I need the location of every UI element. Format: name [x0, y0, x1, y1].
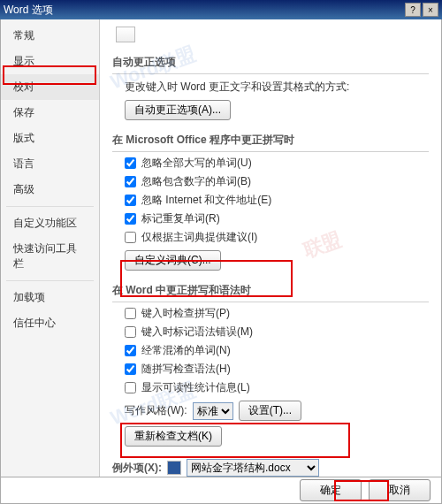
sidebar-item[interactable]: 常规: [1, 23, 99, 49]
word-spell-checkbox[interactable]: [125, 345, 136, 356]
sidebar-item[interactable]: 保存: [1, 100, 99, 126]
content-pane: Word联盟 联盟 Word联盟 自动更正选项 更改键入时 Word 更正文字和…: [100, 19, 441, 477]
sidebar-item[interactable]: 语言: [1, 151, 99, 177]
word-spell-checkbox[interactable]: [125, 326, 136, 338]
sidebar-item[interactable]: 快速访问工具栏: [1, 236, 99, 277]
office-spell-label: 仅根据主词典提供建议(I): [141, 230, 257, 245]
sidebar-item[interactable]: 校对: [1, 74, 99, 100]
window-title: Word 选项: [4, 3, 403, 18]
office-spell-checkbox[interactable]: [125, 232, 136, 243]
word-spell-label: 随拼写检查语法(H): [141, 362, 231, 377]
sidebar-item[interactable]: 版式: [1, 126, 99, 151]
custom-dict-button[interactable]: 自定义词典(C)...: [125, 250, 221, 271]
exception-doc-select[interactable]: 网站金字塔结构.docx: [187, 459, 319, 477]
word-spell-checkbox[interactable]: [125, 363, 136, 375]
sidebar-item[interactable]: 高级: [1, 177, 99, 202]
ok-button[interactable]: 确定: [300, 479, 362, 501]
autocorrect-options-button[interactable]: 自动更正选项(A)...: [125, 100, 231, 120]
word-doc-icon: [167, 461, 181, 475]
word-spell-row: 随拼写检查语法(H): [125, 362, 429, 377]
office-spell-row: 仅根据主词典提供建议(I): [125, 230, 429, 245]
office-spell-checkbox[interactable]: [125, 195, 136, 206]
office-spell-label: 忽略 Internet 和文件地址(E): [141, 193, 271, 208]
section-office-spell: 在 Microsoft Office 程序中更正拼写时: [112, 129, 429, 152]
sidebar-item[interactable]: 自定义功能区: [1, 210, 99, 236]
dialog-body: 常规显示校对保存版式语言高级自定义功能区快速访问工具栏加载项信任中心 Word联…: [0, 19, 442, 477]
office-spell-label: 标记重复单词(R): [141, 211, 220, 226]
office-spell-checkbox[interactable]: [125, 176, 136, 187]
sidebar-item[interactable]: 加载项: [1, 285, 99, 310]
writing-style-label: 写作风格(W):: [125, 403, 187, 418]
word-spell-row: 显示可读性统计信息(L): [125, 380, 429, 395]
word-spell-row: 键入时标记语法错误(M): [125, 325, 429, 340]
word-spell-row: 经常混淆的单词(N): [125, 343, 429, 358]
cancel-button[interactable]: 取消: [369, 479, 431, 501]
autocorrect-desc: 更改键入时 Word 更正文字和设置其格式的方式:: [125, 80, 349, 95]
abc-icon: [116, 27, 135, 42]
settings-button[interactable]: 设置(T)...: [239, 401, 301, 421]
section-exceptions: 例外项(X): 网站金字塔结构.docx: [112, 455, 429, 477]
word-spell-label: 显示可读性统计信息(L): [141, 380, 250, 395]
sidebar-item[interactable]: 显示: [1, 49, 99, 74]
word-spell-checkbox[interactable]: [125, 382, 136, 393]
word-spell-row: 键入时检查拼写(P): [125, 306, 429, 321]
office-spell-row: 忽略包含数字的单词(B): [125, 174, 429, 189]
section-autocorrect: 自动更正选项: [112, 51, 429, 74]
word-spell-checkbox[interactable]: [125, 308, 136, 319]
word-spell-label: 经常混淆的单词(N): [141, 343, 231, 358]
help-button[interactable]: ?: [405, 3, 421, 17]
footer: 确定 取消: [0, 477, 442, 504]
office-spell-row: 标记重复单词(R): [125, 211, 429, 226]
sidebar-item[interactable]: 信任中心: [1, 310, 99, 336]
titlebar: Word 选项 ? ×: [0, 0, 442, 19]
recheck-button[interactable]: 重新检查文档(K): [125, 426, 222, 447]
sidebar: 常规显示校对保存版式语言高级自定义功能区快速访问工具栏加载项信任中心: [1, 19, 100, 477]
section-word-spell: 在 Word 中更正拼写和语法时: [112, 279, 429, 302]
office-spell-label: 忽略包含数字的单词(B): [141, 174, 251, 189]
writing-style-select[interactable]: 标准: [193, 402, 233, 420]
office-spell-row: 忽略全部大写的单词(U): [125, 156, 429, 171]
close-button[interactable]: ×: [423, 3, 438, 17]
word-spell-label: 键入时标记语法错误(M): [141, 325, 253, 340]
word-spell-label: 键入时检查拼写(P): [141, 306, 230, 321]
office-spell-label: 忽略全部大写的单词(U): [141, 156, 252, 171]
office-spell-checkbox[interactable]: [125, 213, 136, 225]
office-spell-row: 忽略 Internet 和文件地址(E): [125, 193, 429, 208]
office-spell-checkbox[interactable]: [125, 157, 136, 169]
